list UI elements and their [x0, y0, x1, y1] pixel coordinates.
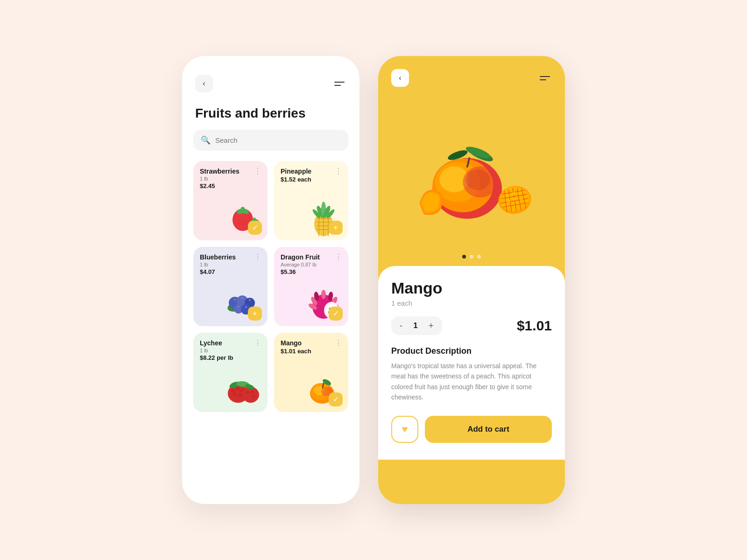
card-price-dragonfruit: $5.36 — [281, 268, 342, 275]
svg-point-4 — [244, 220, 246, 221]
left-back-button[interactable]: ‹ — [195, 75, 213, 92]
svg-point-10 — [240, 207, 245, 213]
fruit-image-lychee — [222, 369, 264, 406]
menu-line-2 — [334, 85, 341, 86]
svg-point-6 — [238, 223, 240, 224]
product-unit: 1 each — [391, 299, 552, 307]
svg-point-67 — [233, 392, 237, 396]
card-more-pineapple[interactable]: ⋮ — [335, 167, 343, 175]
product-price: $1.01 — [517, 318, 552, 334]
card-name-strawberries: Strawberries — [200, 168, 261, 175]
card-more-blueberries[interactable]: ⋮ — [254, 252, 262, 261]
search-icon: 🔍 — [201, 135, 211, 145]
mango-product-image — [411, 124, 532, 227]
svg-point-3 — [240, 220, 241, 221]
search-bar[interactable]: 🔍 — [193, 130, 348, 151]
mango-action-button[interactable]: ✓ — [329, 392, 343, 406]
fruit-grid: ⋮ Strawberries 1 lb $2.45 — [193, 161, 348, 412]
card-price-mango: $1.01 each — [281, 348, 342, 355]
card-price-lychee: $8.22 per lb — [200, 354, 261, 361]
svg-point-5 — [242, 224, 244, 225]
card-name-dragonfruit: Dragon Fruit — [281, 253, 342, 261]
page-title: Fruits and berries — [195, 105, 346, 121]
quantity-minus-button[interactable]: - — [400, 322, 402, 330]
phone-left: ‹ Fruits and berries 🔍 ⋮ Strawberries 1 … — [182, 56, 359, 504]
card-name-blueberries: Blueberries — [200, 253, 261, 261]
quantity-value: 1 — [411, 321, 420, 330]
dot-1[interactable] — [462, 255, 466, 259]
card-price-pineapple: $1.52 each — [281, 176, 342, 183]
fruit-card-mango[interactable]: ⋮ Mango $1.01 each — [274, 333, 348, 412]
card-price-blueberries: $4.07 — [200, 268, 261, 275]
fruit-card-blueberries[interactable]: ⋮ Blueberries 1 lb $4.07 — [193, 247, 268, 326]
description-title: Product Description — [391, 346, 552, 356]
quantity-price-row: - 1 + $1.01 — [391, 316, 552, 335]
pineapple-action-button[interactable]: + — [329, 221, 343, 235]
card-price-strawberries: $2.45 — [200, 182, 261, 189]
card-unit-dragonfruit: Average 0.87 lb — [281, 262, 342, 267]
svg-point-65 — [236, 387, 240, 391]
strawberries-action-button[interactable]: ✓ — [248, 221, 262, 235]
card-name-mango: Mango — [281, 339, 342, 347]
svg-point-43 — [238, 306, 240, 308]
menu-line-1 — [334, 82, 345, 83]
phone-right: ‹ — [378, 56, 565, 504]
search-input[interactable] — [215, 136, 341, 144]
card-more-dragonfruit[interactable]: ⋮ — [335, 252, 343, 261]
card-more-strawberries[interactable]: ⋮ — [254, 167, 262, 175]
product-name: Mango — [391, 279, 552, 297]
svg-point-37 — [234, 299, 236, 301]
svg-point-51 — [321, 290, 326, 299]
svg-point-68 — [239, 393, 242, 397]
fruit-card-lychee[interactable]: ⋮ Lychee 1 lb $8.22 per lb — [193, 333, 268, 412]
card-name-lychee: Lychee — [200, 339, 261, 347]
left-back-icon: ‹ — [203, 79, 205, 88]
right-menu-line-2 — [540, 79, 546, 80]
heart-icon: ♥ — [402, 423, 408, 435]
carousel-dots — [378, 255, 565, 266]
dot-3[interactable] — [477, 255, 481, 259]
fruit-card-dragonfruit[interactable]: ⋮ Dragon Fruit Average 0.87 lb $5.36 — [274, 247, 348, 326]
quantity-control: - 1 + — [391, 316, 442, 335]
svg-point-39 — [241, 297, 243, 299]
svg-point-64 — [231, 389, 235, 392]
right-nav-bar: ‹ — [378, 56, 565, 96]
svg-point-71 — [251, 391, 254, 393]
card-more-mango[interactable]: ⋮ — [335, 338, 343, 347]
right-back-button[interactable]: ‹ — [391, 69, 409, 87]
card-more-lychee[interactable]: ⋮ — [254, 338, 262, 347]
blueberries-action-button[interactable]: + — [248, 307, 262, 321]
svg-point-72 — [252, 395, 255, 398]
svg-point-7 — [246, 223, 247, 224]
left-menu-icon[interactable] — [332, 80, 346, 88]
mango-image-area — [378, 96, 565, 255]
dot-2[interactable] — [470, 255, 473, 259]
svg-point-41 — [249, 299, 251, 301]
action-row: ♥ Add to cart — [391, 416, 552, 443]
favorite-button[interactable]: ♥ — [391, 416, 418, 443]
add-to-cart-button[interactable]: Add to cart — [425, 416, 552, 443]
svg-point-92 — [466, 169, 490, 190]
card-unit-blueberries: 1 lb — [200, 262, 261, 267]
fruit-card-pineapple[interactable]: ⋮ Pineapple $1.52 each — [274, 161, 348, 240]
product-panel: Mango 1 each - 1 + $1.01 Product Descrip… — [378, 266, 565, 460]
dragonfruit-action-button[interactable]: ✓ — [329, 307, 343, 321]
right-menu-line-1 — [540, 76, 550, 77]
quantity-plus-button[interactable]: + — [429, 322, 434, 330]
fruit-card-strawberries[interactable]: ⋮ Strawberries 1 lb $2.45 — [193, 161, 268, 240]
card-unit-strawberries: 1 lb — [200, 176, 261, 182]
card-unit-lychee: 1 lb — [200, 348, 261, 353]
left-nav-bar: ‹ — [193, 70, 348, 102]
svg-point-1 — [233, 213, 243, 224]
right-menu-icon[interactable] — [538, 74, 552, 82]
card-name-pineapple: Pineapple — [281, 168, 342, 175]
svg-point-70 — [246, 391, 249, 394]
screens-container: ‹ Fruits and berries 🔍 ⋮ Strawberries 1 … — [154, 28, 593, 532]
svg-point-45 — [245, 306, 247, 308]
description-text: Mango's tropical taste has a universal a… — [391, 361, 552, 403]
right-back-icon: ‹ — [399, 74, 401, 82]
